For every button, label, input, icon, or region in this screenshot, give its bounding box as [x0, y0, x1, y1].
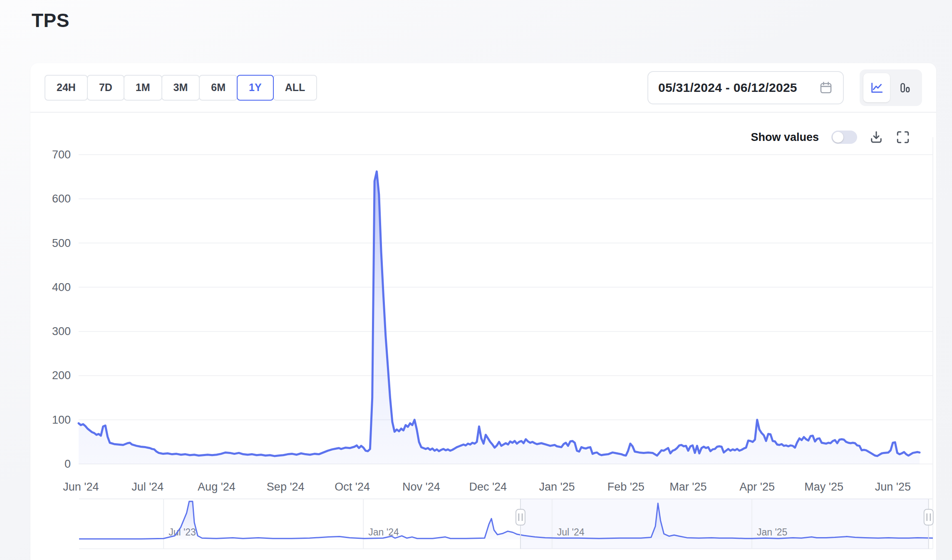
fullscreen-icon[interactable]: [895, 130, 910, 145]
bar-chart-icon: [898, 81, 912, 94]
download-icon[interactable]: [869, 130, 884, 145]
range-button-6m[interactable]: 6M: [199, 75, 238, 101]
chart-tools: Show values: [751, 130, 910, 145]
bar-chart-type-button[interactable]: [892, 73, 918, 102]
navigator-selection[interactable]: [521, 499, 929, 549]
range-button-3m[interactable]: 3M: [161, 75, 200, 101]
line-chart-icon: [870, 81, 884, 95]
controls-right: 05/31/2024 - 06/12/2025: [647, 69, 922, 106]
chart-type-toggle: [860, 69, 922, 106]
show-values-toggle[interactable]: [831, 131, 857, 144]
navigator-handle-right[interactable]: [924, 509, 933, 525]
show-values-label: Show values: [751, 131, 819, 144]
controls-bar: 24H7D1M3M6M1YALL 05/31/2024 - 06/12/2025: [30, 63, 936, 113]
line-chart-type-button[interactable]: [863, 73, 890, 102]
toggle-knob: [833, 132, 843, 143]
navigator-handle-left[interactable]: [516, 509, 525, 525]
range-button-1y[interactable]: 1Y: [237, 75, 274, 101]
range-selector: 24H7D1M3M6M1YALL: [45, 75, 317, 101]
page-title: TPS: [32, 9, 69, 32]
page: TPS 24H7D1M3M6M1YALL 05/31/2024 - 06/12/…: [0, 0, 952, 560]
range-button-7d[interactable]: 7D: [87, 75, 124, 101]
date-range-value: 05/31/2024 - 06/12/2025: [658, 81, 797, 95]
chart-card: 24H7D1M3M6M1YALL 05/31/2024 - 06/12/2025: [30, 63, 936, 560]
date-range-input[interactable]: 05/31/2024 - 06/12/2025: [647, 71, 844, 104]
calendar-icon: [819, 81, 833, 95]
range-button-all[interactable]: ALL: [273, 75, 317, 101]
range-button-1m[interactable]: 1M: [124, 75, 162, 101]
range-button-24h[interactable]: 24H: [45, 75, 88, 101]
